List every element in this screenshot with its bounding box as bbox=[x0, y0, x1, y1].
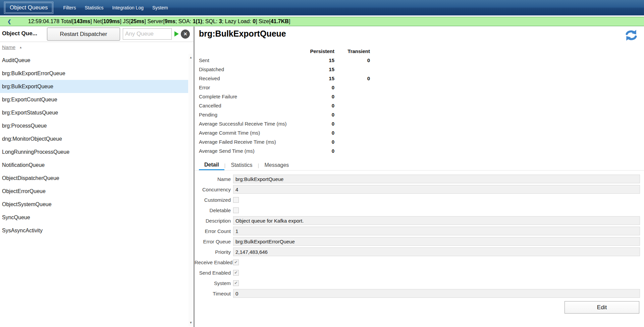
stats-transient-value bbox=[334, 128, 370, 137]
form-label: Concurrency bbox=[195, 187, 233, 192]
main-panel: brg:BulkExportQueue Persistent Transient… bbox=[195, 27, 644, 327]
stats-transient-value: 0 bbox=[334, 74, 370, 83]
stats-persistent-value: 0 bbox=[304, 128, 334, 137]
form-row-receive-enabled: Receive Enabled✔ bbox=[195, 258, 640, 267]
status-segment: ] Net[ bbox=[90, 18, 103, 24]
form-label: Priority bbox=[195, 249, 233, 255]
stats-col-transient: Transient bbox=[334, 47, 370, 56]
queue-item[interactable]: AuditQueue bbox=[0, 54, 188, 67]
stats-table: Persistent Transient Sent150Dispatched15… bbox=[199, 47, 370, 155]
run-filter-icon[interactable] bbox=[174, 31, 179, 37]
nav-tab-object-queues[interactable]: Object Queues bbox=[4, 2, 53, 14]
queue-item[interactable]: ObjectDispatcherQueue bbox=[0, 172, 188, 185]
stats-persistent-value: 15 bbox=[304, 56, 334, 65]
tab-statistics[interactable]: Statistics bbox=[225, 160, 258, 170]
concurrency-input[interactable] bbox=[233, 185, 640, 194]
stats-transient-value: 0 bbox=[334, 56, 370, 65]
queue-search-input[interactable] bbox=[123, 28, 172, 40]
queue-item[interactable]: brg:ExportStatusQueue bbox=[0, 106, 188, 119]
status-value: 0 bbox=[253, 18, 256, 24]
queue-item[interactable]: ObjectErrorQueue bbox=[0, 185, 188, 198]
status-value: 41.7KB bbox=[271, 18, 289, 24]
receive-enabled-checkbox[interactable]: ✔ bbox=[233, 260, 239, 265]
stats-persistent-value: 0 bbox=[304, 101, 334, 110]
system-checkbox[interactable]: ✔ bbox=[233, 280, 239, 286]
form-field bbox=[233, 197, 640, 203]
status-value: 9ms bbox=[165, 18, 175, 24]
status-value: 1(1) bbox=[193, 18, 202, 24]
queue-item[interactable]: SyncQueue bbox=[0, 211, 188, 224]
scroll-up-icon[interactable]: ▲ bbox=[189, 56, 193, 59]
clear-filter-icon[interactable]: ✕ bbox=[181, 30, 190, 39]
nav-tab-label: Object Queues bbox=[5, 3, 52, 13]
send-enabled-checkbox[interactable]: ✔ bbox=[233, 270, 239, 276]
form-row-send-enabled: Send Enabled✔ bbox=[195, 268, 640, 277]
stats-row-label: Average Commit Time (ms) bbox=[199, 128, 304, 137]
form-label: System bbox=[195, 280, 233, 286]
tab-detail[interactable]: Detail bbox=[199, 160, 224, 170]
stats-transient-value bbox=[334, 110, 370, 119]
nav-tab-system[interactable]: System bbox=[148, 5, 172, 10]
nav-tab-filters[interactable]: Filters bbox=[59, 5, 80, 10]
stats-persistent-value: 15 bbox=[304, 74, 334, 83]
stats-row-label: Average Failed Receive Time (ms) bbox=[199, 137, 304, 146]
stats-transient-value bbox=[334, 101, 370, 110]
form-label: Send Enabled bbox=[195, 270, 233, 276]
tab-messages[interactable]: Messages bbox=[259, 160, 294, 170]
column-header-name[interactable]: Name ▲ bbox=[2, 44, 22, 50]
queue-item[interactable]: brg:ProcessQueue bbox=[0, 119, 188, 132]
queue-list: AuditQueuebrg:BulkExportErrorQueuebrg:Bu… bbox=[0, 54, 188, 237]
priority-input[interactable] bbox=[233, 247, 640, 256]
status-bar: ❮ 12:59:04.178 Total[143ms] Net[109ms] J… bbox=[0, 17, 644, 26]
form-field bbox=[233, 247, 640, 256]
deletable-checkbox[interactable] bbox=[233, 207, 239, 213]
scroll-down-icon[interactable]: ▼ bbox=[189, 321, 193, 324]
stats-persistent-value: 0 bbox=[304, 119, 334, 128]
nav-tab-integration-log[interactable]: Integration Log bbox=[108, 5, 148, 10]
stats-row-label: Cancelled bbox=[199, 101, 304, 110]
queue-item[interactable]: dng:MonitorObjectQueue bbox=[0, 132, 188, 145]
detail-tabs: Detail|Statistics|Messages bbox=[195, 160, 644, 170]
queue-item[interactable]: SysAsyncActivity bbox=[0, 224, 188, 237]
customized-checkbox[interactable] bbox=[233, 197, 239, 203]
form-row-system: System✔ bbox=[195, 279, 640, 287]
refresh-icon[interactable] bbox=[624, 29, 639, 42]
edit-button[interactable]: Edit bbox=[565, 301, 639, 314]
error-queue-input[interactable] bbox=[233, 237, 640, 246]
queue-item[interactable]: brg:BulkExportErrorQueue bbox=[0, 67, 188, 80]
queue-item[interactable]: NotificationQueue bbox=[0, 158, 188, 172]
stats-row-label: Complete Failure bbox=[199, 92, 304, 101]
stats-persistent-value: 0 bbox=[304, 110, 334, 119]
nav-tab-statistics[interactable]: Statistics bbox=[80, 5, 108, 10]
form-row-deletable: Deletable bbox=[195, 206, 640, 215]
form-field: ✔ bbox=[233, 260, 640, 265]
stats-row-label: Average Send Time (ms) bbox=[199, 146, 304, 155]
form-label: Error Queue bbox=[195, 239, 233, 244]
sidebar-scrollbar[interactable]: ▲ ▼ bbox=[189, 54, 193, 326]
form-field bbox=[233, 207, 640, 213]
description-input[interactable] bbox=[233, 216, 640, 225]
form-row-description: Description bbox=[195, 216, 640, 225]
queue-item[interactable]: LongRunningProcessQueue bbox=[0, 145, 188, 158]
form-label: Name bbox=[195, 176, 233, 182]
back-arrow-icon[interactable]: ❮ bbox=[7, 19, 11, 24]
form-row-error-queue: Error Queue bbox=[195, 237, 640, 246]
restart-dispatcher-button[interactable]: Restart Dispatcher bbox=[47, 28, 120, 41]
stats-transient-value bbox=[334, 146, 370, 155]
page-title: brg:BulkExportQueue bbox=[199, 29, 286, 39]
name-input[interactable] bbox=[233, 175, 640, 183]
queue-item[interactable]: ObjectSystemQueue bbox=[0, 198, 188, 211]
form-row-timeout: Timeout bbox=[195, 289, 640, 298]
queue-item[interactable]: brg:ExportCountQueue bbox=[0, 93, 188, 106]
status-segment: ; SOA: bbox=[175, 18, 193, 24]
queue-item[interactable]: brg:BulkExportQueue bbox=[0, 80, 188, 93]
status-segment: 12:59:04.178 Total[ bbox=[28, 18, 74, 24]
form-row-concurrency: Concurrency bbox=[195, 185, 640, 194]
form-field: ✔ bbox=[233, 280, 640, 286]
stats-row-label: Average Successful Receive Time (ms) bbox=[199, 119, 304, 128]
stats-corner-cell bbox=[199, 47, 304, 56]
detail-form: NameConcurrencyCustomizedDeletableDescri… bbox=[195, 175, 640, 299]
stats-row-label: Pending bbox=[199, 110, 304, 119]
timeout-input[interactable] bbox=[233, 289, 640, 298]
error-count-input[interactable] bbox=[233, 227, 640, 235]
